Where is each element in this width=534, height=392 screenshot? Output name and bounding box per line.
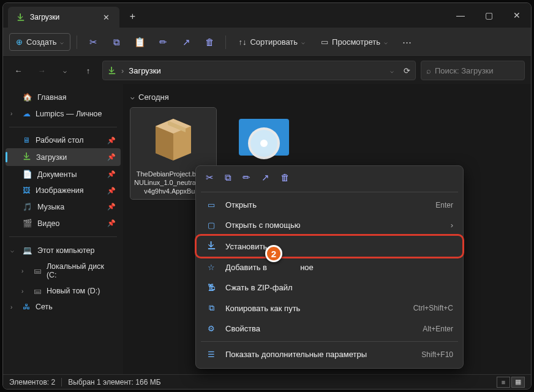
close-button[interactable]: ✕ <box>503 3 531 28</box>
tab-downloads[interactable]: Загрузки ✕ <box>8 7 119 28</box>
star-icon: ☆ <box>206 263 217 272</box>
context-item-properties[interactable]: ⚙ Свойства Alt+Enter <box>196 318 463 339</box>
svg-point-10 <box>260 140 268 147</box>
separator <box>61 378 62 386</box>
copy-icon[interactable]: ⧉ <box>107 37 126 48</box>
file-item-iso[interactable] <box>221 108 307 170</box>
toolbar: ⊕ Создать ⌵ ✂ ⧉ 📋 ✏ ↗ 🗑 ↑↓ Сортировать ⌵… <box>3 28 531 57</box>
window-controls: — ▢ ✕ <box>446 3 531 28</box>
sidebar-item-network[interactable]: › 🖧 Сеть <box>6 299 121 315</box>
search-box[interactable]: ⌕ Поиск: Загрузки <box>421 61 525 80</box>
item-count: Элементов: 2 <box>9 378 55 386</box>
cut-icon[interactable]: ✂ <box>206 172 214 183</box>
cloud-icon: ☁ <box>23 109 31 118</box>
pin-icon: 📌 <box>107 203 116 211</box>
forward-button[interactable]: → <box>32 61 51 80</box>
properties-icon: ⚙ <box>206 324 217 333</box>
context-item-install[interactable]: Установить <box>196 235 463 257</box>
context-item-copy-path[interactable]: ⧉ Копировать как путь Ctrl+Shift+C <box>196 298 463 318</box>
music-icon: 🎵 <box>23 202 32 211</box>
up-button[interactable]: ↑ <box>79 61 97 80</box>
open-with-icon: ▢ <box>206 221 217 230</box>
sidebar-item-home[interactable]: 🏠 Главная <box>6 89 121 105</box>
chevron-right-icon: › <box>10 304 18 311</box>
delete-icon[interactable]: 🗑 <box>280 172 290 183</box>
new-tab-button[interactable]: + <box>123 11 141 22</box>
paste-icon[interactable]: 📋 <box>130 37 149 48</box>
refresh-icon[interactable]: ⟳ <box>404 66 410 75</box>
sidebar-item-onedrive[interactable]: › ☁ Lumpics — Личное <box>6 105 121 122</box>
separator <box>9 127 117 127</box>
copy-icon[interactable]: ⧉ <box>225 172 231 183</box>
sidebar-item-music[interactable]: 🎵 Музыка 📌 <box>6 198 121 215</box>
status-bar: Элементов: 2 Выбран 1 элемент: 166 МБ ≡ … <box>3 374 531 389</box>
view-label: Просмотреть <box>332 37 380 47</box>
sidebar-item-drive-d[interactable]: › 🖴 Новый том (D:) <box>6 283 121 299</box>
annotation-callout: 2 <box>265 245 282 262</box>
sidebar-item-thispc[interactable]: ⌵ 💻 Этот компьютер <box>6 242 121 258</box>
desktop-icon: 🖥 <box>23 136 31 145</box>
cut-icon[interactable]: ✂ <box>83 37 103 48</box>
details-view-button[interactable]: ≡ <box>497 377 510 388</box>
separator <box>9 236 117 237</box>
separator <box>77 36 77 49</box>
address-row: ← → ⌵ ↑ › Загрузки ⌵ ⟳ ⌕ Поиск: Загрузки <box>3 57 531 84</box>
recent-button[interactable]: ⌵ <box>56 61 74 80</box>
sidebar-item-downloads[interactable]: Загрузки 📌 <box>6 148 121 166</box>
sidebar-item-desktop[interactable]: 🖥 Рабочий стол 📌 <box>6 132 121 148</box>
pictures-icon: 🖼 <box>23 186 31 195</box>
context-item-favorites[interactable]: ☆ Добавить в ное <box>196 257 463 277</box>
drive-icon: 🖴 <box>34 287 42 295</box>
share-icon[interactable]: ↗ <box>176 37 196 48</box>
create-label: Создать <box>26 37 56 47</box>
context-menu: ✂ ⧉ ✏ ↗ 🗑 ▭ Открыть Enter ▢ Открыть с по… <box>195 165 464 369</box>
download-icon <box>108 66 116 75</box>
back-button[interactable]: ← <box>9 61 28 80</box>
minimize-button[interactable]: — <box>446 3 475 28</box>
sort-button[interactable]: ↑↓ Сортировать ⌵ <box>232 34 311 50</box>
more-icon: ☰ <box>206 350 217 359</box>
maximize-button[interactable]: ▢ <box>475 3 503 28</box>
sort-label: Сортировать <box>250 37 298 47</box>
disc-icon <box>238 111 290 167</box>
more-icon[interactable]: ⋯ <box>397 37 417 48</box>
share-icon[interactable]: ↗ <box>261 172 269 183</box>
context-item-open[interactable]: ▭ Открыть Enter <box>196 195 463 215</box>
titlebar: Загрузки ✕ + — ▢ ✕ <box>3 3 531 28</box>
documents-icon: 📄 <box>23 170 32 179</box>
context-item-more[interactable]: ☰ Показать дополнительные параметры Shif… <box>196 344 463 364</box>
chevron-right-icon: › <box>21 288 29 295</box>
icons-view-button[interactable]: ▦ <box>511 377 525 388</box>
svg-rect-11 <box>208 248 214 249</box>
drive-icon: 🖴 <box>34 266 42 275</box>
create-button[interactable]: ⊕ Создать ⌵ <box>9 33 70 51</box>
view-button[interactable]: ▭ Просмотреть ⌵ <box>315 34 394 50</box>
chevron-down-icon: ⌵ <box>130 93 135 101</box>
context-item-open-with[interactable]: ▢ Открыть с помощью › <box>196 215 463 235</box>
svg-rect-0 <box>18 20 24 21</box>
separator <box>201 192 458 192</box>
chevron-right-icon: › <box>10 110 18 117</box>
tab-close-button[interactable]: ✕ <box>101 12 111 22</box>
address-bar[interactable]: › Загрузки ⌵ ⟳ <box>102 61 416 80</box>
sidebar-item-videos[interactable]: 🎬 Видео 📌 <box>6 215 121 232</box>
group-header[interactable]: ⌵ Сегодня <box>130 89 524 108</box>
sidebar-item-pictures[interactable]: 🖼 Изображения 📌 <box>6 183 121 198</box>
open-icon: ▭ <box>206 200 217 209</box>
rename-icon[interactable]: ✏ <box>153 37 173 48</box>
sidebar-item-documents[interactable]: 📄 Документы 📌 <box>6 166 121 183</box>
chevron-right-icon: › <box>451 221 453 230</box>
svg-rect-1 <box>109 73 116 74</box>
chevron-right-icon: › <box>21 268 29 274</box>
chevron-down-icon: ⌵ <box>10 247 18 254</box>
copy-path-icon: ⧉ <box>206 303 217 313</box>
rename-icon[interactable]: ✏ <box>243 172 250 183</box>
download-icon <box>23 152 31 162</box>
sidebar-item-drive-c[interactable]: › 🖴 Локальный диск (C: <box>6 258 121 283</box>
context-item-zip[interactable]: 🗜 Сжать в ZIP-файл <box>196 277 463 298</box>
delete-icon[interactable]: 🗑 <box>200 37 219 47</box>
network-icon: 🖧 <box>23 303 31 311</box>
context-quick-actions: ✂ ⧉ ✏ ↗ 🗑 <box>196 166 463 189</box>
videos-icon: 🎬 <box>23 219 32 228</box>
breadcrumb[interactable]: Загрузки <box>129 66 160 75</box>
